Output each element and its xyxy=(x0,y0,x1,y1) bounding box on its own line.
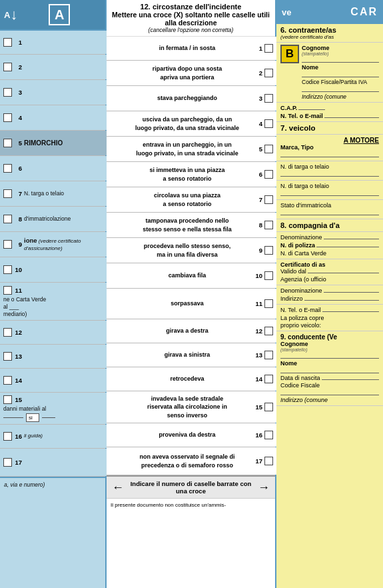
checkbox-mid-right-14[interactable] xyxy=(264,375,273,383)
row-num-left-1: 1 xyxy=(14,39,22,46)
left-row-16: 16 li guida) xyxy=(0,425,105,449)
checkbox-mid-right-5[interactable] xyxy=(264,145,273,153)
tel-polizza-block: N. Tel. o E-mail La polizza copre propri… xyxy=(276,305,383,331)
left-row-11: 11 ne o Carta Verdeal ___mediario) xyxy=(0,283,105,321)
polizza-label: N. di polizza xyxy=(280,242,315,249)
indirizzo2-label: Indirizzo xyxy=(280,295,303,302)
checkbox-mid-right-13[interactable] xyxy=(264,351,273,359)
checkbox-left-14[interactable] xyxy=(3,376,12,385)
checkbox-left-10[interactable] xyxy=(3,265,12,274)
targa-field-2 xyxy=(280,189,379,196)
checkbox-mid-right-2[interactable] xyxy=(264,69,273,77)
mid-row-13: girava a sinistra 13 xyxy=(107,343,275,367)
mid-num-right-16: 16 xyxy=(254,431,262,439)
row-text-rimorchio: RIMORCHIO xyxy=(24,139,63,147)
checkbox-left-11[interactable] xyxy=(3,286,12,295)
data-nascita-label: Data di nascita xyxy=(280,375,320,381)
left-row-2: 2 xyxy=(0,55,105,80)
mid-row-12: girava a destra 12 xyxy=(107,319,275,343)
left-row-1: 1 xyxy=(0,31,105,55)
mid-desc-12: girava a destra xyxy=(122,327,252,335)
row-text-assicurazione: ione (vedere certificato d'assicurazione… xyxy=(24,237,103,252)
row-num-left-3: 3 xyxy=(14,89,22,96)
checkbox-left-16[interactable] xyxy=(3,432,12,441)
mid-num-right-9: 9 xyxy=(254,247,262,254)
checkbox-left-8[interactable] xyxy=(3,215,12,223)
mid-num-right-13: 13 xyxy=(254,351,262,359)
checkbox-mid-right-9[interactable] xyxy=(264,246,273,255)
checkbox-mid-right-7[interactable] xyxy=(264,195,273,204)
bottom-arrow-row: ← Indicare il numero di caselle barrate … xyxy=(107,475,275,498)
targa-row-2: N. di targa o telaio xyxy=(276,181,383,200)
footer-text: Il presente documento non costituisce un… xyxy=(111,502,226,508)
checkbox-left-12[interactable] xyxy=(3,328,12,337)
checkbox-mid-right-10[interactable] xyxy=(264,271,273,280)
nome-label: Nome xyxy=(302,64,379,71)
row-text-carta-verde: ne o Carta Verdeal ___mediario) xyxy=(3,296,46,318)
mid-row-7: circolava su una piazzaa senso rotatorio… xyxy=(107,187,275,213)
codice-label: Codice Fiscale/Partita IVA xyxy=(302,79,379,85)
mid-subtitle: Mettere una croce (X) soltanto nelle cas… xyxy=(112,11,270,27)
mid-title: 12. circostanze dell'incidente xyxy=(112,3,270,11)
row-num-left-6: 6 xyxy=(14,165,22,172)
stampatello9-note: (stampatello) xyxy=(280,347,379,352)
targa-row-1: N. di targa o telaio xyxy=(276,161,383,181)
checkbox-left-2[interactable] xyxy=(3,63,12,71)
checkbox-mid-right-4[interactable] xyxy=(264,119,273,128)
mid-note: (cancellare l'opzione non corretta) xyxy=(112,27,270,33)
left-row-5: 5 RIMORCHIO xyxy=(0,131,105,156)
mid-row-10: cambiava fila 10 xyxy=(107,263,275,289)
indirizzo-label: Indirizzo (comune xyxy=(302,93,379,100)
checkbox-left-6[interactable] xyxy=(3,164,12,173)
footer-note: Il presente documento non costituisce un… xyxy=(107,498,275,510)
section6-title: 6. contraente/as xyxy=(280,26,379,34)
mid-num-right-10: 10 xyxy=(254,272,262,279)
mid-row-2: ripartiva dopo una sostaapriva una porti… xyxy=(107,61,275,86)
checkbox-left-1[interactable] xyxy=(3,38,12,47)
mid-row-5: entrava in un parcheggio, in unluogo pri… xyxy=(107,137,275,162)
checkbox-mid-right-17[interactable] xyxy=(264,457,273,465)
mid-row-15: invadeva la sede stradaleriservata alla … xyxy=(107,391,275,423)
cap-label: C.A.P. xyxy=(280,105,297,111)
checkbox-left-15[interactable] xyxy=(3,395,12,404)
left-row-6: 6 xyxy=(0,156,105,181)
stato-field xyxy=(280,209,379,215)
checkbox-mid-right-1[interactable] xyxy=(264,44,273,53)
checkbox-left-7[interactable] xyxy=(3,189,12,198)
mid-row-3: stava parcheggiando 3 xyxy=(107,86,275,111)
mid-desc-14: retrocedeva xyxy=(122,375,252,383)
checkbox-mid-right-11[interactable] xyxy=(264,299,273,308)
checkbox-mid-right-6[interactable] xyxy=(264,170,273,179)
mid-desc-9: procedeva nello stesso senso,ma in una f… xyxy=(122,242,252,258)
mid-row-14: retrocedeva 14 xyxy=(107,367,275,391)
checkbox-left-4[interactable] xyxy=(3,113,12,122)
left-row-10: 10 xyxy=(0,257,105,283)
checkbox-left-17[interactable] xyxy=(3,458,12,467)
denom2-label: Denominazione xyxy=(280,287,322,294)
mid-num-right-8: 8 xyxy=(254,221,262,229)
checkbox-mid-right-8[interactable] xyxy=(264,221,273,229)
certificato-label: Certificato di as xyxy=(280,261,379,268)
mid-num-right-15: 15 xyxy=(254,403,262,411)
section6-cognome: B Cognome (stampatello) Nome Codice Fisc… xyxy=(276,43,383,103)
targa-label-1: N. di targa o telaio xyxy=(280,163,379,170)
targa-label-2: N. di targa o telaio xyxy=(280,183,379,189)
left-row-4: 4 xyxy=(0,105,105,131)
indirizzo9-label: Indirizzo (comune xyxy=(280,397,379,403)
section6-header: 6. contraente/as (vedere certificato d'a… xyxy=(276,24,383,43)
checkbox-mid-right-16[interactable] xyxy=(264,431,273,439)
checkbox-left-13[interactable] xyxy=(3,352,12,361)
row-num-left-4: 4 xyxy=(14,114,22,121)
checkbox-left-9[interactable] xyxy=(3,240,12,249)
mid-num-right-5: 5 xyxy=(254,145,262,153)
checkbox-left-3[interactable] xyxy=(3,88,12,97)
mid-num-right-1: 1 xyxy=(254,45,262,52)
mid-desc-17: non aveva osservato il segnale diprecede… xyxy=(122,453,252,469)
checkbox-mid-right-12[interactable] xyxy=(264,327,273,335)
codice-field xyxy=(302,85,379,92)
checkbox-left-5[interactable] xyxy=(3,139,12,147)
left-row-7: 7 N. targa o telaio xyxy=(0,181,105,207)
checkbox-mid-right-3[interactable] xyxy=(264,94,273,103)
checkbox-mid-right-15[interactable] xyxy=(264,403,273,411)
nome9-label: Nome xyxy=(280,360,379,367)
